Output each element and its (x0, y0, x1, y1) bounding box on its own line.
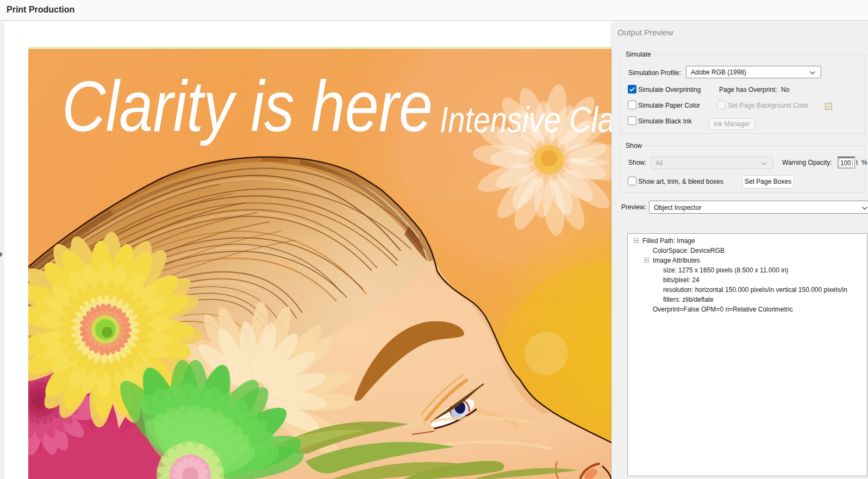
svg-text:Intensive Cla: Intensive Cla (440, 99, 613, 140)
svg-text:Clarity is here: Clarity is here (62, 66, 433, 146)
